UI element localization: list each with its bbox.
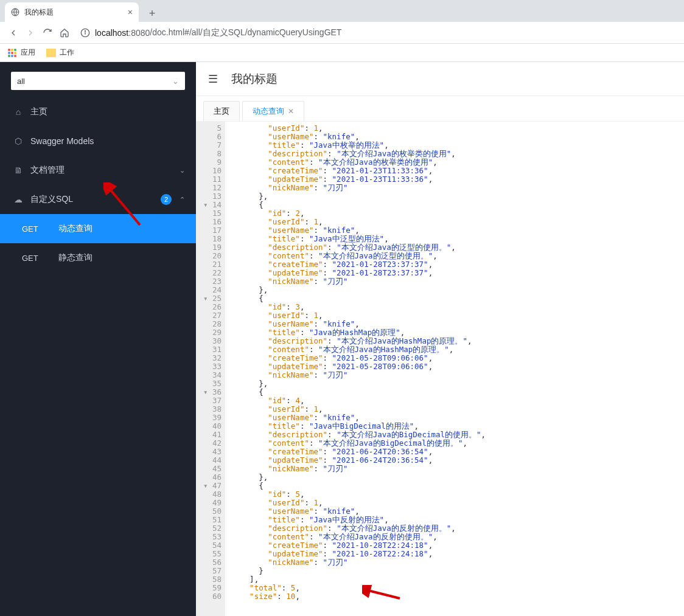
svg-rect-9 [14,52,16,54]
close-icon[interactable]: ✕ [288,107,294,116]
annotation-arrow-icon [103,182,146,231]
globe-icon [11,8,19,16]
group-select[interactable]: all ⌄ [11,72,185,90]
close-icon[interactable]: × [128,7,133,17]
annotation-arrow-icon [362,585,405,603]
app-title: 我的标题 [231,71,277,87]
count-badge: 2 [161,194,172,205]
content-tabs: 主页 动态查询✕ [196,96,684,122]
home-icon: ⌂ [13,107,23,117]
main-panel: ☰ 我的标题 主页 动态查询✕ 5 6 7 8 9 10 11 12 13 ▾ … [196,62,684,616]
browser-tabbar: 我的标题 × + [0,0,684,22]
top-bar: ☰ 我的标题 [196,62,684,96]
folder-icon [46,49,56,57]
forward-button[interactable] [22,24,39,41]
apps-bookmark[interactable]: 应用 [7,47,35,58]
reload-button[interactable] [39,24,56,41]
chevron-down-icon: ⌄ [172,77,179,86]
sidebar-item-home[interactable]: ⌂主页 [0,97,196,126]
svg-rect-10 [8,55,10,57]
code-body[interactable]: "userId": 1, "userName": "knife", "title… [225,122,684,616]
cube-icon: ⬡ [13,136,23,146]
sidebar-item-cloud[interactable]: ☁自定义SQL2⌃ [0,185,196,214]
browser-tab-title: 我的标题 [24,7,128,18]
http-method: GET [22,224,58,234]
new-tab-button[interactable]: + [144,5,161,22]
info-icon [80,28,90,38]
svg-rect-7 [8,52,10,54]
svg-rect-8 [11,52,13,54]
sidebar-item-label: 文档管理 [30,165,65,176]
browser-tab[interactable]: 我的标题 × [5,2,139,22]
sidebar-item-label: Swagger Models [30,136,94,146]
cloud-icon: ☁ [13,195,23,204]
subitem-label: 动态查询 [58,223,92,234]
code-panel: 5 6 7 8 9 10 11 12 13 ▾ 14 15 16 17 18 1… [196,122,684,616]
work-label: 工作 [60,47,74,58]
sidebar-subitem[interactable]: GET静态查询 [0,243,196,272]
sidebar-item-cube[interactable]: ⬡Swagger Models [0,126,196,156]
svg-rect-12 [14,55,16,57]
sidebar: all ⌄ ⌂主页⬡Swagger Models🗎文档管理⌄☁自定义SQL2⌃G… [0,62,196,616]
sidebar-subitem[interactable]: GET动态查询 [0,214,196,243]
bookmarks-bar: 应用 工作 [0,44,684,62]
tab-home[interactable]: 主页 [203,101,240,121]
apps-icon [7,48,17,58]
line-gutter: 5 6 7 8 9 10 11 12 13 ▾ 14 15 16 17 18 1… [196,122,225,616]
browser-address-bar: localhost:8080/doc.html#/all/自定义SQL/dyna… [0,22,684,44]
tab-home-label: 主页 [214,106,229,117]
svg-rect-4 [8,49,10,50]
sidebar-item-label: 自定义SQL [30,194,73,205]
http-method: GET [22,254,58,263]
sidebar-item-doc[interactable]: 🗎文档管理⌄ [0,156,196,185]
url-box[interactable]: localhost:8080/doc.html#/all/自定义SQL/dyna… [77,27,679,38]
work-bookmark[interactable]: 工作 [46,47,74,58]
chevron-down-icon: ⌄ [180,167,185,175]
chevron-up-icon: ⌃ [180,196,185,204]
subitem-label: 静态查询 [58,252,92,263]
url-port: :8080 [128,28,150,38]
url-host: localhost [95,28,128,38]
url-path: /doc.html#/all/自定义SQL/dynamicQueryUsingG… [150,27,341,38]
doc-icon: 🗎 [13,165,23,175]
svg-rect-5 [11,49,13,50]
back-button[interactable] [5,24,22,41]
apps-label: 应用 [21,47,35,58]
sidebar-item-label: 主页 [30,106,47,117]
sidebar-collapse-icon[interactable]: ☰ [208,72,218,86]
group-select-value: all [17,77,25,86]
tab-dynamic-query-label: 动态查询 [253,106,284,117]
svg-point-3 [85,30,85,31]
svg-rect-6 [14,49,16,50]
tab-dynamic-query[interactable]: 动态查询✕ [242,101,304,121]
svg-rect-11 [11,55,13,57]
home-button[interactable] [56,24,73,41]
